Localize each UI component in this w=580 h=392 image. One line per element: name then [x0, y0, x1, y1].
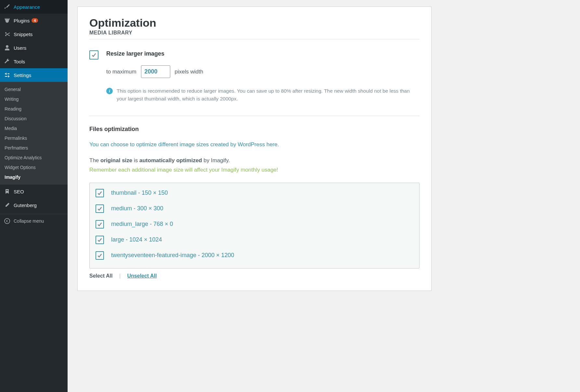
check-icon	[97, 190, 103, 196]
separator: |	[119, 273, 121, 279]
sidebar-item-label: Users	[14, 45, 26, 51]
sliders-icon	[4, 72, 10, 78]
page-subtitle: MEDIA LIBRARY	[89, 30, 419, 36]
size-label: large - 1024 × 1024	[111, 236, 162, 243]
sidebar-item-label: Gutenberg	[14, 203, 37, 208]
user-icon	[4, 45, 10, 51]
settings-panel: Optimization MEDIA LIBRARY Resize larger…	[77, 7, 432, 291]
size-label: twentyseventeen-featured-image - 2000 × …	[111, 252, 234, 259]
collapse-menu[interactable]: Collapse menu	[0, 214, 68, 228]
size-label: thumbnail - 150 × 150	[111, 189, 168, 196]
check-icon	[97, 206, 103, 212]
select-actions: Select All | Unselect All	[89, 273, 419, 279]
sidebar-item-label: Appearance	[14, 4, 40, 10]
main-content: Optimization MEDIA LIBRARY Resize larger…	[68, 0, 580, 392]
submenu-imagify[interactable]: Imagify	[0, 172, 68, 182]
collapse-label: Collapse menu	[14, 218, 44, 224]
submenu-optimize-analytics[interactable]: Optimize Analytics	[0, 153, 68, 163]
select-all-link[interactable]: Select All	[89, 273, 112, 279]
check-icon	[97, 253, 103, 258]
files-warning: Remember each additional image size will…	[89, 165, 419, 174]
resize-option-row: Resize larger images	[89, 50, 419, 59]
resize-info-row: i This option is recommended to reduce l…	[106, 87, 419, 103]
size-row: twentyseventeen-featured-image - 2000 × …	[96, 251, 413, 260]
submenu-general[interactable]: General	[0, 85, 68, 94]
sidebar-item-label: Plugins	[14, 18, 30, 23]
resize-suffix: pixels width	[175, 69, 203, 75]
submenu-writing[interactable]: Writing	[0, 94, 68, 104]
submenu-perfmatters[interactable]: Perfmatters	[0, 143, 68, 153]
image-sizes-list[interactable]: thumbnail - 150 × 150 medium - 300 × 300…	[89, 183, 419, 268]
info-icon: i	[106, 88, 113, 94]
size-label: medium - 300 × 300	[111, 205, 163, 212]
sidebar-item-snippets[interactable]: Snippets	[0, 27, 68, 41]
settings-submenu: General Writing Reading Discussion Media…	[0, 82, 68, 185]
resize-checkbox[interactable]	[89, 50, 98, 59]
size-checkbox[interactable]	[96, 236, 104, 244]
sidebar-item-tools[interactable]: Tools	[0, 55, 68, 68]
submenu-discussion[interactable]: Discussion	[0, 114, 68, 124]
size-row: large - 1024 × 1024	[96, 236, 413, 244]
submenu-media[interactable]: Media	[0, 124, 68, 133]
update-count-badge: 4	[32, 18, 38, 23]
pencil-icon	[4, 202, 10, 208]
size-checkbox[interactable]	[96, 189, 104, 197]
divider	[89, 39, 419, 39]
check-icon	[97, 237, 103, 243]
plug-icon	[4, 17, 10, 24]
admin-sidebar: Appearance Plugins 4 Snippets Users Tool…	[0, 0, 68, 392]
submenu-widget-options[interactable]: Widget Options	[0, 163, 68, 172]
size-row: medium - 300 × 300	[96, 204, 413, 213]
submenu-reading[interactable]: Reading	[0, 104, 68, 114]
page-title: Optimization	[89, 17, 419, 29]
sidebar-item-label: SEO	[14, 189, 24, 194]
sidebar-item-appearance[interactable]: Appearance	[0, 0, 68, 14]
divider	[89, 116, 419, 116]
sidebar-item-settings[interactable]: Settings	[0, 68, 68, 82]
files-heading: Files optimization	[89, 126, 419, 133]
sidebar-item-seo[interactable]: SEO	[0, 185, 68, 198]
sidebar-item-label: Snippets	[14, 32, 32, 37]
resize-info-text: This option is recommended to reduce lar…	[117, 87, 419, 103]
unselect-all-link[interactable]: Unselect All	[127, 273, 157, 279]
resize-prefix: to maximum	[106, 69, 136, 75]
files-description: You can choose to optimize different ima…	[89, 140, 419, 149]
sidebar-item-label: Tools	[14, 59, 25, 64]
resize-label: Resize larger images	[106, 50, 164, 57]
size-label: medium_large - 768 × 0	[111, 221, 173, 228]
files-note-line: The original size is automatically optim…	[89, 156, 419, 165]
brush-icon	[4, 4, 10, 10]
sidebar-item-gutenberg[interactable]: Gutenberg	[0, 198, 68, 212]
submenu-permalinks[interactable]: Permalinks	[0, 133, 68, 143]
resize-width-input[interactable]	[141, 65, 170, 78]
sidebar-item-users[interactable]: Users	[0, 41, 68, 55]
resize-input-row: to maximum pixels width	[106, 65, 419, 78]
check-icon	[97, 221, 103, 227]
seo-icon	[4, 188, 10, 195]
check-icon	[91, 52, 97, 58]
size-row: thumbnail - 150 × 150	[96, 189, 413, 197]
scissors-icon	[4, 31, 10, 37]
size-checkbox[interactable]	[96, 251, 104, 260]
size-row: medium_large - 768 × 0	[96, 220, 413, 229]
collapse-icon	[4, 218, 10, 224]
sidebar-item-plugins[interactable]: Plugins 4	[0, 14, 68, 27]
size-checkbox[interactable]	[96, 220, 104, 229]
svg-point-0	[5, 218, 10, 224]
wrench-icon	[4, 58, 10, 65]
size-checkbox[interactable]	[96, 204, 104, 213]
sidebar-item-label: Settings	[14, 72, 31, 78]
